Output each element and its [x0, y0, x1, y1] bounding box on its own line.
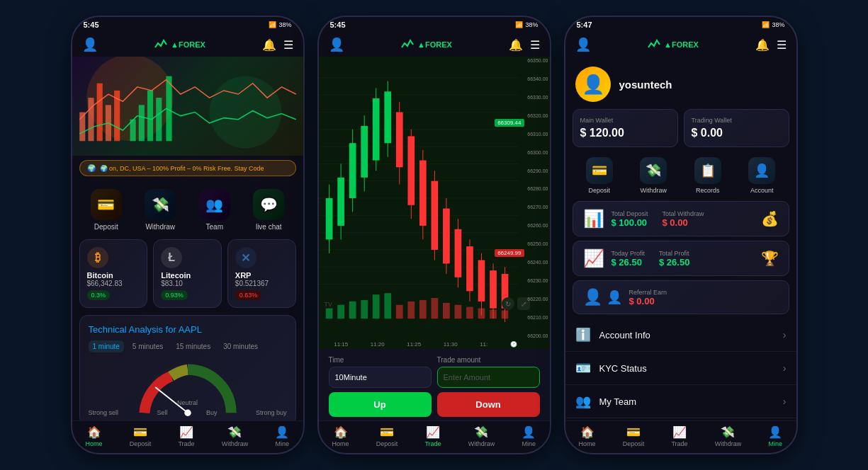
nav-mine-2[interactable]: 👤 Mine	[522, 425, 536, 447]
status-bar-2: 5:45 📶 38%	[319, 17, 550, 33]
svg-rect-48	[443, 209, 450, 264]
nav-deposit-1[interactable]: 💳 Deposit	[130, 425, 152, 447]
price-highlight-1: 66309.44	[495, 119, 524, 127]
action-withdraw[interactable]: 💸 Withdraw	[640, 157, 667, 194]
status-time-2: 5:45	[330, 21, 346, 29]
svg-rect-42	[407, 136, 415, 205]
nav-withdraw-3[interactable]: 💸 Withdraw	[715, 425, 742, 447]
menu-kyc[interactable]: 🪪 KYC Status ›	[565, 352, 796, 385]
nav-withdraw-2[interactable]: 💸 Withdraw	[468, 425, 495, 447]
status-bar-3: 5:47 📶 38%	[565, 17, 796, 33]
stats-card-1: 📊 Total Deposit $ 100.00 Total Withdraw …	[573, 201, 789, 236]
logo-3: ▲FOREX	[647, 38, 699, 52]
trade-amount-field: Trade amount Enter Amount	[437, 356, 540, 388]
svg-rect-70	[454, 305, 461, 319]
svg-rect-63	[372, 294, 379, 319]
gauge-labels: Strong sell Sell Neutral Buy Strong buy	[89, 409, 287, 416]
status-icons-1: 📶 38%	[269, 21, 291, 28]
svg-rect-4	[96, 84, 102, 142]
nav-deposit-2[interactable]: 💳 Deposit	[376, 425, 398, 447]
svg-rect-68	[431, 298, 438, 319]
btn-up[interactable]: Up	[329, 392, 432, 417]
chevron-right-icon: ›	[783, 329, 787, 340]
nav-home-2[interactable]: 🏠 Home	[332, 425, 349, 447]
qa-team[interactable]: 👥 Team	[199, 189, 230, 231]
nav-trade-3[interactable]: 📈 Trade	[671, 425, 687, 447]
nav-trade-1[interactable]: 📈 Trade	[178, 425, 194, 447]
stats-card-3: 👤 👤 Referral Earn $ 0.00	[573, 280, 789, 314]
svg-rect-52	[466, 246, 473, 291]
svg-rect-56	[490, 270, 497, 308]
btn-down[interactable]: Down	[437, 392, 540, 417]
status-time-1: 5:45	[84, 21, 99, 29]
profile-header: 👤 yosuntech	[565, 57, 796, 109]
svg-rect-66	[407, 302, 415, 319]
svg-rect-74	[501, 311, 508, 319]
tab-5min[interactable]: 5 minutes	[128, 340, 167, 352]
logo-1: ▲FOREX	[154, 38, 205, 52]
avatar-icon-3: 👤	[575, 37, 591, 52]
amount-input[interactable]: Enter Amount	[437, 367, 540, 388]
refresh-btn[interactable]: ↻	[502, 297, 514, 310]
qa-livechat[interactable]: 💬 live chat	[253, 189, 284, 231]
svg-rect-8	[138, 105, 144, 142]
nav-icons-3: 🔔 ☰	[755, 38, 787, 52]
svg-rect-64	[384, 293, 391, 319]
candles-svg	[319, 57, 519, 340]
hero-banner	[72, 57, 303, 156]
gauge: Strong sell Sell Neutral Buy Strong buy	[89, 360, 287, 416]
svg-point-1	[209, 76, 281, 149]
action-records[interactable]: 📋 Records	[694, 157, 721, 194]
bell-icon-2[interactable]: 🔔	[509, 38, 523, 52]
crypto-list: ₿ Bitcoin $66,342.83 0.3% Ł Litecoin $83…	[72, 239, 303, 308]
svg-rect-59	[325, 309, 332, 319]
svg-rect-73	[490, 310, 497, 319]
crypto-xrp[interactable]: ✕ XRP $0.521367 0.63%	[227, 239, 296, 308]
tech-title: Technical Analysis for AAPL	[89, 324, 287, 335]
tv-watermark: TV	[325, 301, 333, 308]
svg-rect-69	[443, 303, 450, 319]
nav-home-1[interactable]: 🏠 Home	[86, 425, 103, 447]
svg-rect-9	[147, 91, 152, 141]
svg-rect-32	[349, 143, 356, 198]
menu-icon-2[interactable]: ☰	[530, 38, 540, 52]
menu-icon-3[interactable]: ☰	[777, 38, 787, 52]
qa-withdraw[interactable]: 💸 Withdraw	[145, 189, 176, 231]
top-nav-2: 👤 ▲FOREX 🔔 ☰	[319, 33, 550, 57]
nav-deposit-3[interactable]: 💳 Deposit	[623, 425, 645, 447]
nav-home-3[interactable]: 🏠 Home	[579, 425, 596, 447]
tab-30min[interactable]: 30 minutes	[219, 340, 262, 352]
svg-rect-61	[349, 302, 356, 319]
tab-15min[interactable]: 15 minutes	[171, 340, 215, 352]
crypto-bitcoin[interactable]: ₿ Bitcoin $66,342.83 0.3%	[79, 239, 148, 308]
qa-deposit[interactable]: 💳 Deposit	[91, 189, 122, 231]
nav-withdraw-1[interactable]: 💸 Withdraw	[222, 425, 249, 447]
tab-1min[interactable]: 1 minute	[89, 340, 124, 352]
ticker-text: 🌍 on, DC, USA – 100% Profit – 0% Risk Fr…	[100, 165, 264, 172]
action-account[interactable]: 👤 Account	[748, 157, 775, 194]
crypto-litecoin[interactable]: Ł Litecoin $83.10 0.93%	[153, 239, 222, 308]
svg-rect-67	[419, 300, 426, 319]
status-time-3: 5:47	[577, 21, 592, 29]
nav-mine-1[interactable]: 👤 Mine	[275, 425, 289, 447]
bell-icon-1[interactable]: 🔔	[262, 38, 276, 52]
status-icons-3: 📶 38%	[762, 21, 784, 28]
action-deposit[interactable]: 💳 Deposit	[586, 157, 613, 194]
top-nav-3: 👤 ▲FOREX 🔔 ☰	[565, 33, 796, 57]
bell-icon-3[interactable]: 🔔	[755, 38, 770, 52]
menu-icon-1[interactable]: ☰	[283, 38, 293, 52]
trade-buttons: Up Down	[326, 392, 543, 417]
logo-2: ▲FOREX	[400, 38, 452, 52]
trade-time-field: Time 10Minute	[329, 356, 432, 388]
profile-username: yosuntech	[619, 79, 672, 91]
bottom-nav-3: 🏠 Home 💳 Deposit 📈 Trade 💸 Withdraw 👤 Mi…	[565, 420, 796, 453]
bottom-nav-1: 🏠 Home 💳 Deposit 📈 Trade 💸 Withdraw 👤 Mi…	[72, 420, 303, 453]
nav-mine-3[interactable]: 👤 Mine	[768, 425, 782, 447]
trade-fields: Time 10Minute Trade amount Enter Amount	[326, 356, 543, 388]
svg-rect-62	[361, 300, 368, 319]
content-3: 👤 yosuntech Main Wallet $ 120.00 Trading…	[565, 57, 796, 420]
menu-account-info[interactable]: ℹ️ Account Info ›	[565, 319, 796, 352]
menu-myteam[interactable]: 👥 My Team ›	[565, 385, 796, 418]
svg-rect-10	[156, 98, 162, 142]
nav-trade-2[interactable]: 📈 Trade	[424, 425, 441, 447]
